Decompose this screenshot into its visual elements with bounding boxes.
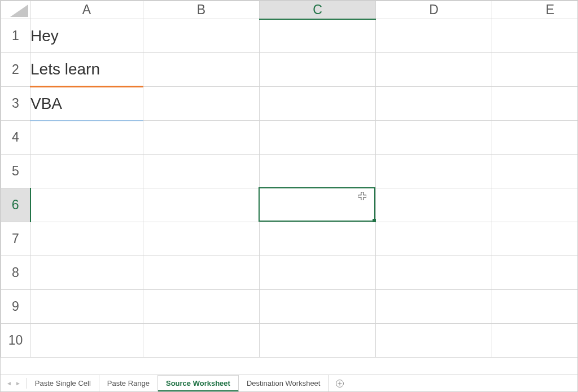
cell-A10[interactable] [30, 324, 143, 358]
cell-D8[interactable] [376, 256, 492, 290]
cell-B9[interactable] [143, 290, 260, 324]
cell-E6[interactable] [492, 188, 578, 222]
row-header-2[interactable]: 2 [1, 53, 30, 87]
col-header-D[interactable]: D [376, 1, 492, 19]
col-header-B[interactable]: B [143, 1, 260, 19]
new-sheet-button[interactable] [329, 375, 351, 391]
row-header-5[interactable]: 5 [1, 155, 30, 188]
cell-A5[interactable] [30, 155, 143, 188]
tab-source-worksheet[interactable]: Source Worksheet [158, 375, 239, 392]
row-header-1[interactable]: 1 [1, 19, 30, 53]
cell-E8[interactable] [492, 256, 578, 290]
tab-destination-worksheet[interactable]: Destination Worksheet [239, 375, 329, 391]
cell-A7[interactable] [30, 222, 143, 256]
cell-A4[interactable] [30, 121, 143, 155]
tab-paste-range[interactable]: Paste Range [99, 375, 158, 391]
cell-D5[interactable] [376, 155, 492, 188]
tab-nav-arrows[interactable]: ◄ ► [1, 375, 27, 391]
cell-E2[interactable] [492, 53, 578, 87]
cell-B2[interactable] [143, 53, 260, 87]
cell-E10[interactable] [492, 324, 578, 358]
cell-E4[interactable] [492, 121, 578, 155]
cell-E9[interactable] [492, 290, 578, 324]
cell-D7[interactable] [376, 222, 492, 256]
worksheet-area[interactable]: A B C D E 1 Hey 2 Lets learn [1, 1, 577, 375]
cell-B3[interactable] [143, 87, 260, 121]
tab-next-icon[interactable]: ► [15, 380, 21, 386]
row-header-8[interactable]: 8 [1, 256, 30, 290]
row-header-3[interactable]: 3 [1, 87, 30, 121]
cell-D9[interactable] [376, 290, 492, 324]
cell-C1[interactable] [260, 19, 376, 53]
spreadsheet-grid: A B C D E 1 Hey 2 Lets learn [1, 1, 577, 358]
cell-B1[interactable] [143, 19, 260, 53]
cell-C2[interactable] [260, 53, 376, 87]
cell-A2[interactable]: Lets learn [30, 53, 143, 87]
row-header-9[interactable]: 9 [1, 290, 30, 324]
row-header-4[interactable]: 4 [1, 121, 30, 155]
cell-B4[interactable] [143, 121, 260, 155]
cell-D4[interactable] [376, 121, 492, 155]
cell-C3[interactable] [260, 87, 376, 121]
cell-A1[interactable]: Hey [30, 19, 143, 53]
col-header-E[interactable]: E [492, 1, 578, 19]
row-header-7[interactable]: 7 [1, 222, 30, 256]
cell-E3[interactable] [492, 87, 578, 121]
sheet-tab-bar: ◄ ► Paste Single Cell Paste Range Source… [1, 375, 577, 391]
cell-C4[interactable] [260, 121, 376, 155]
row-header-6[interactable]: 6 [1, 188, 30, 222]
tab-paste-single-cell[interactable]: Paste Single Cell [27, 375, 99, 391]
cell-B6[interactable] [143, 188, 260, 222]
cell-C8[interactable] [260, 256, 376, 290]
cell-E1[interactable] [492, 19, 578, 53]
cell-A9[interactable] [30, 290, 143, 324]
cell-C9[interactable] [260, 290, 376, 324]
cell-C5[interactable] [260, 155, 376, 188]
tab-prev-icon[interactable]: ◄ [6, 380, 12, 386]
cell-E7[interactable] [492, 222, 578, 256]
cell-D6[interactable] [376, 188, 492, 222]
col-header-C[interactable]: C [260, 1, 376, 19]
row-header-10[interactable]: 10 [1, 324, 30, 358]
cell-D3[interactable] [376, 87, 492, 121]
cell-E5[interactable] [492, 155, 578, 188]
plus-circle-icon [335, 379, 344, 388]
cell-B8[interactable] [143, 256, 260, 290]
cell-B5[interactable] [143, 155, 260, 188]
cell-A3[interactable]: VBA [30, 87, 143, 121]
cell-D1[interactable] [376, 19, 492, 53]
cell-A6[interactable] [30, 188, 143, 222]
col-header-A[interactable]: A [30, 1, 143, 19]
cell-B7[interactable] [143, 222, 260, 256]
cell-C10[interactable] [260, 324, 376, 358]
cell-D2[interactable] [376, 53, 492, 87]
cell-A8[interactable] [30, 256, 143, 290]
cell-C6[interactable] [260, 188, 376, 222]
cell-C7[interactable] [260, 222, 376, 256]
select-all-corner[interactable] [1, 1, 30, 19]
cell-B10[interactable] [143, 324, 260, 358]
cell-D10[interactable] [376, 324, 492, 358]
